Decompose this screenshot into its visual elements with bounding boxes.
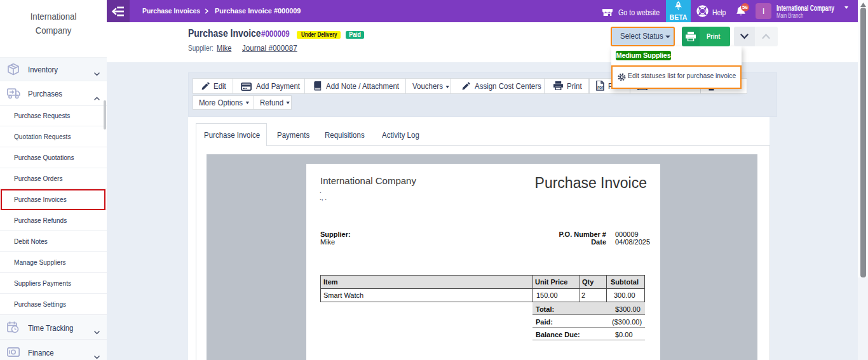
- svg-text:PDF: PDF: [597, 86, 604, 90]
